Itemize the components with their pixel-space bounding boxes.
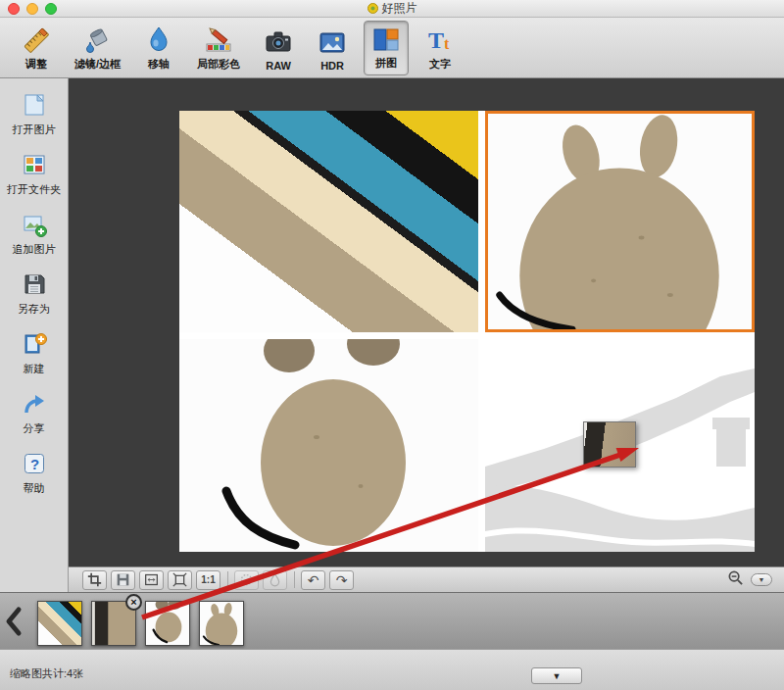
toolbar-item-tilt-shift[interactable]: 移轴 <box>136 21 181 75</box>
actual-size-button[interactable]: 1:1 <box>196 570 220 590</box>
editor-canvas <box>69 78 784 567</box>
toolbar-label: 局部彩色 <box>197 57 240 72</box>
scroll-left-button[interactable] <box>3 605 24 642</box>
droplet-icon <box>144 25 173 57</box>
save-as-icon <box>22 271 47 299</box>
sidebar-item-open-image[interactable]: 打开图片 <box>13 92 56 137</box>
thumbnail-stripes-image <box>38 602 81 645</box>
thumbnail-rabbit[interactable] <box>199 601 244 646</box>
sidebar-label: 帮助 <box>24 481 45 496</box>
bear-face-image <box>179 339 478 552</box>
toolbar-label: 滤镜/边框 <box>74 57 121 72</box>
zoom-slider[interactable]: ▼ <box>751 573 772 586</box>
collage-page <box>179 111 755 552</box>
zoom-out-icon <box>727 569 744 586</box>
crop-button[interactable] <box>82 570 107 590</box>
sidebar-label: 新建 <box>24 362 45 376</box>
hdr-icon <box>318 27 347 60</box>
thumbnail-bar: × <box>0 592 784 649</box>
collapse-panel-button[interactable]: ▼ <box>531 667 582 684</box>
zoom-out-button[interactable] <box>727 569 744 590</box>
toolbar-item-collage[interactable]: 拼图 <box>364 21 409 75</box>
sidebar-item-append-image[interactable]: 追加图片 <box>13 212 56 257</box>
fit-screen-button[interactable] <box>139 570 164 590</box>
open-folder-icon <box>22 152 47 179</box>
app-window: 好照片 调整 <box>0 0 784 690</box>
collage-cell-stripes[interactable] <box>179 111 478 332</box>
toolbar-item-raw[interactable]: RAW <box>256 21 301 75</box>
thumbnail-bear-image <box>146 602 189 645</box>
close-icon: × <box>130 597 136 608</box>
thumbnail-count-text: 缩略图共计:4张 <box>10 666 83 681</box>
svg-text:T: T <box>428 27 444 53</box>
toolbar-item-text[interactable]: T t 文字 <box>417 21 463 75</box>
collage-cell-great-wall[interactable] <box>485 339 755 552</box>
toolbar-separator <box>227 571 228 588</box>
close-window-button[interactable] <box>8 3 20 15</box>
adjust-icon <box>22 25 51 57</box>
sidebar-item-open-folder[interactable]: 打开文件夹 <box>7 152 61 197</box>
sidebar-label: 另存为 <box>18 302 50 317</box>
dragged-photo[interactable] <box>583 421 636 468</box>
svg-text:t: t <box>444 35 450 52</box>
collage-cell-bear[interactable] <box>179 339 478 552</box>
svg-text:?: ? <box>30 456 39 472</box>
sidebar-label: 分享 <box>24 421 45 436</box>
chevron-left-icon <box>3 605 24 638</box>
sidebar-label: 打开图片 <box>13 123 56 137</box>
expand-icon <box>172 572 187 587</box>
camera-icon <box>264 27 293 60</box>
titlebar: 好照片 <box>0 0 784 18</box>
sidebar-item-new[interactable]: 新建 <box>22 331 47 376</box>
sidebar-item-save-as[interactable]: 另存为 <box>18 271 50 317</box>
canvas-toolbar: 1:1 ↶ ↷ <box>69 567 784 592</box>
zoom-window-button[interactable] <box>45 3 57 15</box>
app-icon <box>368 3 378 14</box>
bucket-small-button[interactable] <box>263 570 287 590</box>
toolbar-item-adjust[interactable]: 调整 <box>14 21 59 75</box>
help-icon: ? <box>22 451 47 478</box>
rabbit-image <box>488 114 752 329</box>
sidebar-label: 追加图片 <box>13 242 56 257</box>
thumbnail-bear[interactable] <box>145 601 190 646</box>
thumbnail-rabbit-image <box>200 602 243 645</box>
save-button[interactable] <box>111 570 135 590</box>
sidebar-item-share[interactable]: 分享 <box>22 391 47 436</box>
collage-cell-rabbit[interactable] <box>485 111 755 332</box>
toolbar-label: 调整 <box>25 57 47 72</box>
crop-icon <box>87 572 102 587</box>
fit-screen-icon <box>144 572 159 587</box>
traffic-lights <box>0 3 57 15</box>
toolbar-label: 移轴 <box>148 57 170 72</box>
zoom-slider-arrow: ▼ <box>759 576 765 583</box>
floppy-icon <box>116 572 130 587</box>
undo-button[interactable]: ↶ <box>301 570 325 590</box>
bucket-small-icon <box>268 572 282 587</box>
thumbnail-stripes[interactable] <box>37 601 82 646</box>
expand-button[interactable] <box>168 570 192 590</box>
sidebar-label: 打开文件夹 <box>7 182 61 197</box>
toolbar-separator <box>294 571 295 588</box>
text-tool-icon: T t <box>425 25 455 57</box>
undo-icon: ↶ <box>308 573 319 587</box>
paint-bucket-icon <box>83 25 113 57</box>
actual-size-label: 1:1 <box>201 574 215 585</box>
redo-button[interactable]: ↷ <box>329 570 354 590</box>
toolbar-label: 文字 <box>429 57 451 72</box>
toolbar-label: 拼图 <box>375 56 397 71</box>
toolbar-item-partial-color[interactable]: 局部彩色 <box>190 21 247 75</box>
new-document-icon <box>22 331 47 359</box>
open-image-icon <box>22 92 47 120</box>
append-image-icon <box>22 212 47 239</box>
main-toolbar: 调整 滤镜/边框 移轴 <box>0 18 784 78</box>
remove-thumbnail-button[interactable]: × <box>125 594 142 611</box>
sidebar-item-help[interactable]: ? 帮助 <box>22 451 47 496</box>
minimize-window-button[interactable] <box>26 3 38 15</box>
left-sidebar: 打开图片 打开文件夹 <box>0 78 69 592</box>
toolbar-item-filter-border[interactable]: 滤镜/边框 <box>68 21 127 75</box>
brush-button[interactable] <box>234 570 259 590</box>
brush-icon <box>239 572 254 587</box>
toolbar-item-hdr[interactable]: HDR <box>310 21 355 75</box>
toolbar-label: HDR <box>320 60 344 72</box>
color-pencil-icon <box>204 25 233 57</box>
